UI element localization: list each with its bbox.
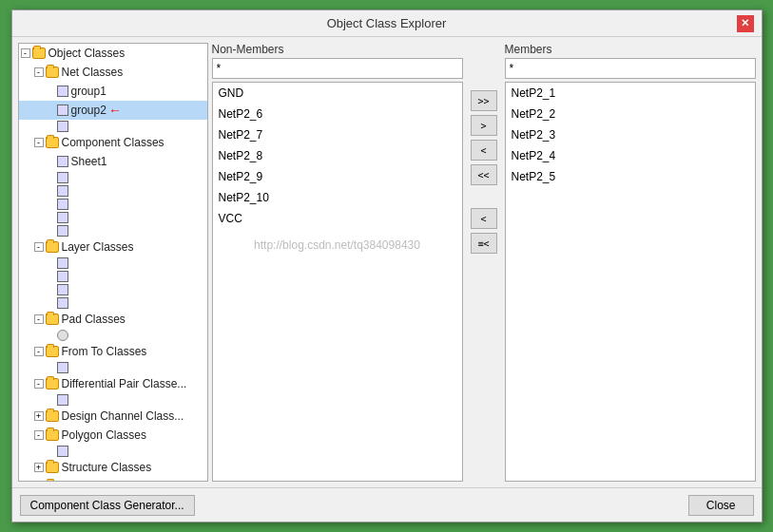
non-members-header: Non-Members: [212, 43, 463, 56]
tree-item-inside-board[interactable]: [19, 198, 207, 211]
net-icon: [57, 362, 68, 373]
net-icon: [57, 121, 68, 132]
members-filter[interactable]: [505, 58, 756, 79]
folder-icon: [46, 481, 59, 482]
non-member-item[interactable]: NetP2_9: [213, 166, 462, 187]
non-members-filter[interactable]: [212, 58, 463, 79]
tree-item-label: Design Channel Class...: [62, 408, 184, 425]
pad-icon: [57, 330, 68, 341]
net-icon: [57, 104, 68, 116]
net-icon: [57, 284, 68, 295]
net-icon: [57, 212, 68, 223]
tree-item-label: Component Classes: [62, 134, 164, 151]
non-member-item[interactable]: NetP2_10: [213, 187, 462, 208]
expand-btn[interactable]: -: [34, 67, 44, 77]
tree-item-polygon-classes[interactable]: -Polygon Classes: [19, 426, 207, 445]
folder-icon: [46, 314, 59, 325]
tree-item-component-layer[interactable]: [19, 270, 207, 283]
net-icon: [57, 257, 68, 269]
net-icon: [57, 185, 68, 197]
member-item[interactable]: NetP2_1: [506, 83, 755, 104]
members-header: Members: [505, 43, 756, 56]
member-item[interactable]: NetP2_2: [506, 104, 755, 124]
net-icon: [57, 271, 68, 282]
component-class-generator-button[interactable]: Component Class Generator...: [20, 495, 195, 516]
tree-item-xsignal-classes[interactable]: -xSignal Classes: [19, 477, 207, 482]
tree-item-electrical-layers[interactable]: [19, 283, 207, 296]
tree-item-all-layers[interactable]: [19, 256, 207, 270]
expand-btn[interactable]: -: [34, 379, 44, 389]
non-member-item[interactable]: NetP2_8: [213, 145, 462, 166]
expand-btn[interactable]: -: [34, 242, 44, 252]
tree-item-label: Structure Classes: [62, 459, 152, 476]
expand-btn[interactable]: +: [34, 463, 44, 472]
non-member-item[interactable]: NetP2_6: [213, 104, 462, 124]
member-item[interactable]: NetP2_3: [506, 124, 755, 145]
non-member-item[interactable]: VCC: [213, 208, 462, 229]
tree-item-signal-layers[interactable]: [19, 296, 207, 310]
folder-icon: [46, 241, 59, 253]
tree-item-label: group1: [71, 83, 106, 100]
non-member-item[interactable]: GND: [213, 83, 462, 104]
tree-item-outside-board[interactable]: [19, 211, 207, 224]
move-left-button[interactable]: <: [471, 140, 497, 161]
tree-item-label: Layer Classes: [62, 238, 134, 256]
move-all-left-button[interactable]: <<: [471, 164, 497, 185]
expand-btn[interactable]: -: [34, 347, 44, 356]
expand-btn[interactable]: -: [34, 138, 44, 147]
move-all-right-button[interactable]: >>: [471, 90, 497, 111]
sort-button[interactable]: ≡<: [471, 233, 497, 254]
tree-item-all-from-tos[interactable]: [19, 361, 207, 374]
content-area: -Object Classes-Net Classesgroup1group2 …: [12, 37, 762, 487]
move-right-button[interactable]: >: [471, 115, 497, 136]
move-selected-left-button[interactable]: <: [471, 208, 497, 229]
dialog-close-button[interactable]: ✕: [737, 15, 754, 32]
non-members-section: Non-Members GNDNetP2_6NetP2_7NetP2_8NetP…: [212, 43, 463, 482]
tree-item-all-polygons[interactable]: [19, 445, 207, 458]
members-list[interactable]: NetP2_1NetP2_2NetP2_3NetP2_4NetP2_5: [505, 82, 756, 482]
non-member-item[interactable]: NetP2_7: [213, 124, 462, 145]
arrow-indicator: ←: [108, 102, 122, 119]
tree-item-diff-pair-classes[interactable]: -Differential Pair Classe...: [19, 374, 207, 393]
expand-btn[interactable]: -: [34, 430, 44, 440]
tree-item-group1[interactable]: group1: [19, 82, 207, 101]
tree-item-top-side[interactable]: [19, 224, 207, 238]
folder-icon: [46, 346, 59, 357]
tree-item-sheet1[interactable]: Sheet1: [19, 152, 207, 171]
tree-item-label: Pad Classes: [62, 311, 126, 328]
tree-item-layer-classes[interactable]: -Layer Classes: [19, 238, 207, 256]
tree-item-all-diff-pa[interactable]: [19, 393, 207, 407]
tree-item-structure-classes[interactable]: +Structure Classes: [19, 458, 207, 477]
member-item[interactable]: NetP2_4: [506, 145, 755, 166]
watermark: http://blog.csdn.net/tq384098430: [213, 229, 462, 261]
tree-item-design-channel[interactable]: +Design Channel Class...: [19, 407, 207, 426]
tree-item-label: Sheet1: [71, 153, 107, 170]
tree-item-group2[interactable]: group2 ←: [19, 101, 207, 120]
tree-panel[interactable]: -Object Classes-Net Classesgroup1group2 …: [18, 43, 208, 482]
members-section: Members NetP2_1NetP2_2NetP2_3NetP2_4NetP…: [505, 43, 756, 482]
net-icon: [57, 297, 68, 309]
dialog-title: Object Class Explorer: [37, 16, 737, 30]
folder-icon: [46, 429, 59, 441]
folder-icon: [46, 410, 59, 422]
member-item[interactable]: NetP2_5: [506, 166, 755, 187]
expand-btn[interactable]: +: [34, 411, 44, 421]
expand-btn[interactable]: -: [21, 48, 30, 58]
title-bar: Object Class Explorer ✕: [12, 10, 762, 37]
tree-item-bottom-side[interactable]: [19, 184, 207, 198]
tree-item-component-classes[interactable]: -Component Classes: [19, 133, 207, 152]
tree-item-all-nets[interactable]: [19, 120, 207, 133]
dialog: Object Class Explorer ✕ -Object Classes-…: [11, 10, 763, 522]
non-members-list[interactable]: GNDNetP2_6NetP2_7NetP2_8NetP2_9NetP2_10V…: [212, 82, 463, 482]
tree-item-all-components[interactable]: [19, 171, 207, 184]
right-area: Non-Members GNDNetP2_6NetP2_7NetP2_8NetP…: [212, 43, 756, 482]
tree-item-all-pads[interactable]: [19, 329, 207, 342]
net-icon: [57, 86, 68, 97]
tree-item-from-to-classes[interactable]: -From To Classes: [19, 342, 207, 361]
tree-item-label: Differential Pair Classe...: [62, 375, 187, 392]
expand-btn[interactable]: -: [34, 314, 44, 324]
tree-item-net-classes[interactable]: -Net Classes: [19, 63, 207, 82]
tree-item-pad-classes[interactable]: -Pad Classes: [19, 310, 207, 329]
tree-item-object-classes[interactable]: -Object Classes: [19, 44, 207, 63]
close-button[interactable]: Close: [688, 495, 754, 516]
